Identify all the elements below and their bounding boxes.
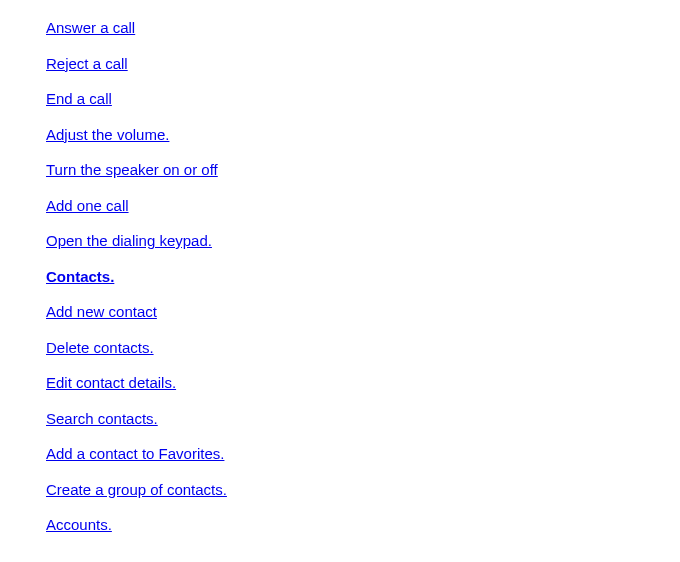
list-item: Delete contacts.	[46, 338, 680, 358]
link-search-contacts[interactable]: Search contacts.	[46, 410, 158, 427]
list-item: Contacts.	[46, 267, 680, 287]
list-item: Edit contact details.	[46, 373, 680, 393]
list-item: Open the dialing keypad.	[46, 231, 680, 251]
list-item: Add new contact	[46, 302, 680, 322]
link-turn-speaker-on-off[interactable]: Turn the speaker on or off	[46, 161, 218, 178]
link-create-group-contacts[interactable]: Create a group of contacts.	[46, 481, 227, 498]
list-item: Adjust the volume.	[46, 125, 680, 145]
list-item: Turn the speaker on or off	[46, 160, 680, 180]
link-contacts[interactable]: Contacts.	[46, 268, 114, 285]
list-item: Add a contact to Favorites.	[46, 444, 680, 464]
link-reject-a-call[interactable]: Reject a call	[46, 55, 128, 72]
link-add-one-call[interactable]: Add one call	[46, 197, 129, 214]
link-delete-contacts[interactable]: Delete contacts.	[46, 339, 154, 356]
list-item: Reject a call	[46, 54, 680, 74]
list-item: Create a group of contacts.	[46, 480, 680, 500]
link-add-contact-favorites[interactable]: Add a contact to Favorites.	[46, 445, 224, 462]
link-list: Answer a call Reject a call End a call A…	[0, 0, 680, 535]
link-answer-a-call[interactable]: Answer a call	[46, 19, 135, 36]
link-adjust-the-volume[interactable]: Adjust the volume.	[46, 126, 169, 143]
list-item: Add one call	[46, 196, 680, 216]
link-edit-contact-details[interactable]: Edit contact details.	[46, 374, 176, 391]
link-add-new-contact[interactable]: Add new contact	[46, 303, 157, 320]
link-accounts[interactable]: Accounts.	[46, 516, 112, 533]
list-item: Answer a call	[46, 18, 680, 38]
link-end-a-call[interactable]: End a call	[46, 90, 112, 107]
list-item: Search contacts.	[46, 409, 680, 429]
list-item: Accounts.	[46, 515, 680, 535]
link-open-dialing-keypad[interactable]: Open the dialing keypad.	[46, 232, 212, 249]
list-item: End a call	[46, 89, 680, 109]
